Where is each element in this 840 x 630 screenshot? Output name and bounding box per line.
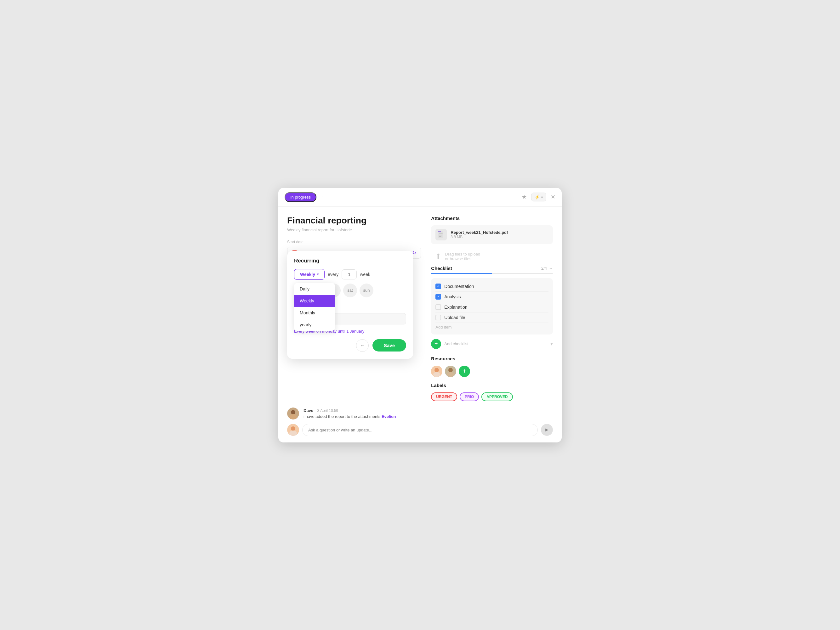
- top-bar-right: ★ ⚡ ▾ ✕: [522, 192, 556, 202]
- day-sun[interactable]: sun: [360, 284, 373, 298]
- svg-point-10: [447, 372, 454, 377]
- back-button[interactable]: ←: [356, 339, 369, 352]
- svg-rect-4: [439, 236, 441, 237]
- checklist-arrow-icon[interactable]: →: [549, 266, 553, 271]
- lightning-dropdown-icon: ▾: [541, 195, 543, 199]
- upload-area[interactable]: ⬆ Drag files to upload or browse files: [431, 247, 553, 266]
- task-title: Financial reporting: [287, 216, 421, 226]
- lightning-icon: ⚡: [535, 194, 540, 200]
- checklist-items: ✓ Documentation ✓ Analysis Explanation U…: [431, 278, 553, 334]
- send-button[interactable]: ►: [541, 424, 553, 436]
- svg-rect-3: [439, 235, 442, 235]
- checklist-row[interactable]: ✓ Analysis: [436, 292, 548, 302]
- recurring-controls-row: Weekly ▾ Daily Weekly Monthly yearly eve…: [294, 269, 406, 280]
- checklist-row[interactable]: Upload file: [436, 312, 548, 323]
- attachment-info: Report_week21_Hofstede.pdf 8.8 MB: [450, 230, 508, 239]
- checklist-progress: 2/4 →: [541, 266, 553, 271]
- comment-section: Dave 3 April 10:59 i have added the repo…: [278, 408, 562, 443]
- comment-text: i have added the report to the attachmen…: [303, 414, 396, 419]
- upload-text: Drag files to upload: [445, 252, 480, 257]
- add-checklist-button[interactable]: +: [431, 339, 441, 349]
- labels-row: URGENT PRIO APPROVED: [431, 392, 553, 401]
- labels-section: Labels URGENT PRIO APPROVED: [431, 383, 553, 401]
- add-resource-button[interactable]: +: [459, 365, 470, 377]
- task-subtitle: Weekly financial report for Hofstede: [287, 227, 421, 232]
- day-sat[interactable]: sat: [343, 284, 357, 298]
- frequency-button[interactable]: Weekly ▾: [294, 269, 325, 280]
- checklist-item-label: Upload file: [444, 315, 465, 320]
- file-name: Report_week21_Hofstede.pdf: [450, 230, 508, 235]
- resources-section: Resources: [431, 356, 553, 377]
- add-checklist-input[interactable]: Add checklist: [444, 342, 547, 346]
- right-panel: Attachments Report_week21_Hofstede.pdf: [431, 216, 553, 401]
- checklist-row[interactable]: Explanation: [436, 302, 548, 312]
- checklist-bar-fill: [431, 273, 492, 274]
- attachment-item[interactable]: Report_week21_Hofstede.pdf 8.8 MB: [431, 225, 553, 244]
- freq-option-weekly[interactable]: Weekly: [294, 295, 335, 307]
- attachments-title: Attachments: [431, 216, 553, 221]
- file-size: 8.8 MB: [450, 235, 508, 239]
- label-urgent[interactable]: URGENT: [431, 392, 457, 401]
- checklist-progress-bar: [431, 273, 553, 274]
- refresh-icon[interactable]: ↻: [412, 250, 416, 255]
- commenter-avatar: [287, 424, 299, 436]
- comment-body: Dave 3 April 10:59 i have added the repo…: [303, 408, 396, 419]
- save-button[interactable]: Save: [373, 339, 406, 351]
- frequency-dropdown-icon: ▾: [317, 272, 319, 276]
- checklist-item-label: Explanation: [444, 305, 467, 310]
- comment-text-pre: i have added the report to the attachmen…: [303, 414, 381, 419]
- labels-title: Labels: [431, 383, 553, 388]
- unit-label: week: [360, 272, 370, 277]
- svg-rect-1: [438, 231, 441, 232]
- svg-point-12: [291, 410, 295, 414]
- comment-input-row: ►: [287, 424, 553, 436]
- add-item-text[interactable]: Add item: [436, 323, 548, 331]
- svg-point-7: [433, 372, 440, 377]
- freq-option-daily[interactable]: Daily: [294, 283, 335, 295]
- checklist-header: Checklist 2/4 →: [431, 266, 553, 271]
- comment-row: Dave 3 April 10:59 i have added the repo…: [287, 408, 553, 419]
- frequency-selector: Weekly ▾ Daily Weekly Monthly yearly: [294, 269, 325, 280]
- resources-title: Resources: [431, 356, 553, 361]
- checklist-item-label: Analysis: [444, 294, 461, 299]
- avatar-2[interactable]: [445, 365, 456, 377]
- checkbox-documentation[interactable]: ✓: [436, 284, 441, 289]
- lightning-button[interactable]: ⚡ ▾: [531, 192, 546, 202]
- checklist-dropdown-icon[interactable]: ▾: [550, 341, 553, 347]
- file-icon: [436, 229, 447, 240]
- add-checklist-row: + Add checklist ▾: [431, 339, 553, 349]
- forward-arrow-icon[interactable]: →: [320, 194, 325, 200]
- svg-point-15: [291, 427, 295, 431]
- freq-option-yearly[interactable]: yearly: [294, 319, 335, 331]
- checklist-title: Checklist: [431, 266, 452, 271]
- recurring-modal-title: Recurring: [294, 258, 406, 264]
- upload-subtext: or browse files: [445, 257, 480, 261]
- comment-input-field[interactable]: [302, 424, 538, 436]
- top-bar: In progress → ★ ⚡ ▾ ✕: [278, 188, 562, 207]
- top-bar-left: In progress →: [284, 192, 325, 202]
- upload-text-block: Drag files to upload or browse files: [445, 252, 480, 261]
- checkbox-upload[interactable]: [436, 315, 441, 320]
- star-button[interactable]: ★: [522, 194, 527, 200]
- svg-point-9: [448, 368, 453, 372]
- start-date-label: Start date: [287, 240, 421, 244]
- comment-author: Dave: [303, 408, 313, 413]
- checkbox-explanation[interactable]: [436, 304, 441, 310]
- avatar-1[interactable]: [431, 365, 442, 377]
- checkbox-analysis[interactable]: ✓: [436, 294, 441, 299]
- label-approved[interactable]: APPROVED: [482, 392, 513, 401]
- checklist-row[interactable]: ✓ Documentation: [436, 281, 548, 292]
- label-prio[interactable]: PRIO: [459, 392, 479, 401]
- svg-point-6: [434, 368, 439, 372]
- comment-mention[interactable]: Evelien: [382, 414, 396, 419]
- recurrence-number-input[interactable]: [342, 269, 357, 279]
- frequency-label: Weekly: [300, 272, 315, 277]
- every-label: every: [328, 272, 338, 277]
- close-button[interactable]: ✕: [551, 194, 556, 200]
- comment-avatar: [287, 408, 299, 419]
- checklist-count: 2/4: [541, 266, 547, 271]
- status-pill[interactable]: In progress: [284, 192, 316, 202]
- recurring-btn-row: ← Save: [294, 339, 406, 352]
- comment-time: 3 April 10:59: [317, 408, 338, 413]
- freq-option-monthly[interactable]: Monthly: [294, 307, 335, 319]
